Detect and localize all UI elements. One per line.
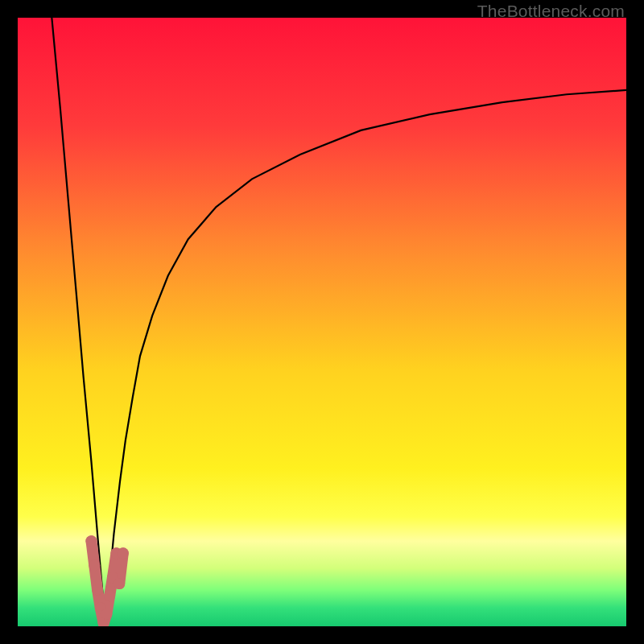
left-branch-curve: [52, 18, 105, 626]
svg-point-10: [114, 578, 125, 589]
right-branch-curve: [106, 90, 626, 626]
curves-layer: [18, 18, 626, 626]
chart-frame: TheBottleneck.com: [0, 0, 644, 644]
svg-point-6: [101, 609, 112, 620]
svg-point-3: [92, 584, 103, 596]
svg-point-7: [104, 590, 115, 601]
svg-point-2: [89, 559, 100, 571]
svg-point-1: [85, 535, 97, 547]
svg-point-11: [118, 547, 129, 559]
plot-area: [18, 18, 626, 626]
